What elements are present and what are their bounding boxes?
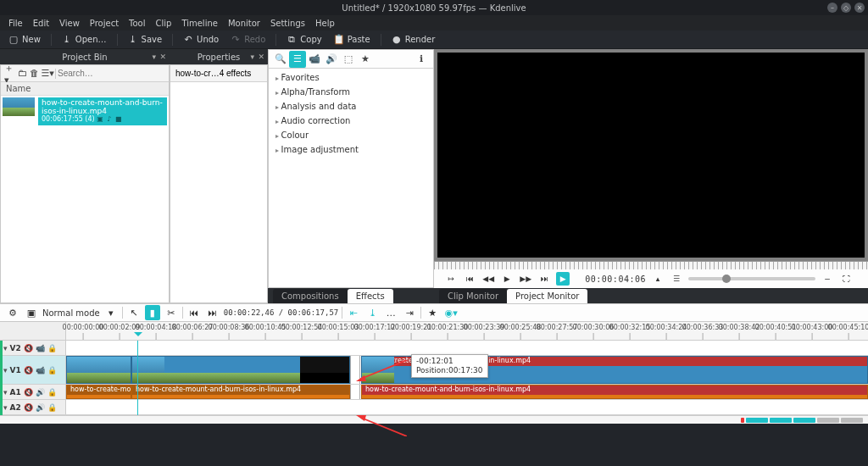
menu-view[interactable]: View [54,17,85,30]
zoom-out-icon[interactable]: − [821,272,834,286]
bin-clip-row[interactable]: how-to-create-mount-and-burn-isos-in-lin… [1,96,169,127]
lock-icon[interactable]: 🔒 [47,403,57,412]
menu-tool[interactable]: Tool [124,17,150,30]
window-minimize-icon[interactable]: – [827,3,837,13]
timeline-clip[interactable]: how-to-create-mount-and-burn-isos-in-lin… [361,385,868,399]
fullscreen-icon[interactable]: ⛶ [839,272,853,286]
properties-tab[interactable]: Properties [198,53,241,62]
timecode-up-icon[interactable]: ▴ [651,272,665,286]
render-button[interactable]: ●Render [387,33,441,47]
favorite-effects-icon[interactable]: ★ [357,51,374,68]
overlay-menu-icon[interactable]: ☰ [670,272,683,286]
menu-clip[interactable]: Clip [151,17,177,30]
compositions-tab[interactable]: Compositions [273,289,348,303]
menu-help[interactable]: Help [310,17,340,30]
bin-column-header[interactable]: Name [1,82,169,96]
project-monitor-tab[interactable]: Project Monitor [507,289,587,303]
collapse-icon[interactable]: ▾ [3,366,8,374]
timeline-zoom-bar[interactable] [0,415,868,424]
zone-out-icon[interactable]: ⤓ [364,305,380,320]
favorite-effect-icon[interactable]: ★ [425,305,440,320]
copy-button[interactable]: ⧉Copy [281,33,326,47]
save-button[interactable]: ⤓Save [123,33,168,47]
lock-icon[interactable]: 🔒 [47,366,57,374]
open-button[interactable]: ⤓Open… [57,33,112,47]
edit-mode-label[interactable]: Normal mode [42,308,100,318]
paste-button[interactable]: 📋Paste [329,33,376,47]
menu-project[interactable]: Project [85,17,124,30]
monitor-ruler[interactable] [434,261,868,269]
window-close-icon[interactable]: ✕ [854,3,865,13]
project-bin-tab[interactable]: Project Bin [62,53,107,62]
panel-close-icon[interactable]: ✕ [159,53,166,61]
skip-fwd-icon[interactable]: ⏭ [205,305,220,320]
video-track-icon[interactable]: 📹 [36,344,45,352]
monitor-zoom-slider[interactable] [688,277,815,280]
monitor-viewport[interactable] [434,49,868,261]
skip-back-icon[interactable]: ⏮ [186,305,202,320]
spacer-tool-icon[interactable]: ✂ [164,305,179,320]
effects-tab[interactable]: Effects [348,289,393,303]
search-icon[interactable]: 🔍 [272,51,289,68]
video-track-icon[interactable]: 📹 [36,366,45,374]
bin-search-input[interactable] [58,69,165,78]
clip-monitor-tab[interactable]: Clip Monitor [439,289,507,303]
effects-category[interactable]: Audio correction [269,114,433,128]
menu-timeline[interactable]: Timeline [176,17,223,30]
panel-menu-icon[interactable]: ▾ [250,53,254,61]
track-a2[interactable]: ▾A2🔇🔊🔒 [0,400,868,415]
monitor-timecode[interactable]: 00:00:04:06 [585,275,646,284]
tag-icon-icon[interactable]: ☰▾ [42,68,53,80]
go-end-icon[interactable]: ⏭ [537,272,551,286]
main-effects-icon[interactable]: ☰ [289,51,306,68]
menu-settings[interactable]: Settings [265,17,310,30]
collapse-icon[interactable]: ▾ [3,388,8,397]
menu-monitor[interactable]: Monitor [223,17,265,30]
lock-icon[interactable]: 🔒 [47,344,57,352]
video-effects-icon[interactable]: 📹 [306,51,323,68]
effects-category[interactable]: Favorites [269,70,433,85]
audio-track-icon[interactable]: 🔊 [36,403,45,412]
preview-render-icon[interactable]: ◉▾ [443,305,459,320]
mute-icon[interactable]: 🔇 [24,366,33,374]
add-folder-icon[interactable]: 🗀 [17,68,28,80]
audio-effects-icon[interactable]: 🔊 [323,51,340,68]
timeline-timecode[interactable]: 00:00:22,46 / 00:06:17,57 [224,308,338,317]
effects-category[interactable]: Image adjustment [269,142,433,157]
mute-icon[interactable]: 🔇 [24,344,33,352]
audio-track-icon[interactable]: 🔊 [36,388,45,397]
rewind-icon[interactable]: ◀◀ [481,272,495,286]
effects-category[interactable]: Analysis and data [269,99,433,114]
effects-category[interactable]: Alpha/Transform [269,85,433,99]
timeline-clip[interactable]: how-to-create-mount-and- [66,356,131,384]
timeline-gap[interactable] [350,385,360,399]
menu-edit[interactable]: Edit [28,17,54,30]
panel-close-icon[interactable]: ✕ [258,53,264,61]
set-in-icon[interactable]: ↦ [444,272,458,286]
go-start-icon[interactable]: ⏮ [463,272,476,286]
effects-category[interactable]: Colour [269,128,433,142]
undo-button[interactable]: ↶Undo [178,33,224,47]
razor-tool-icon[interactable]: ▮ [145,305,160,320]
overwrite-icon[interactable]: … [383,305,398,320]
collapse-icon[interactable]: ▾ [3,403,8,412]
timeline-settings-icon[interactable]: ⚙ [5,305,20,320]
add-clip-icon[interactable]: ＋▾ [4,68,15,80]
redo-button[interactable]: ↷Redo [225,33,270,47]
insert-icon[interactable]: ⇥ [402,305,417,320]
play-zone-icon[interactable]: ▶ [556,272,570,286]
info-icon[interactable]: ℹ [413,51,430,68]
mute-icon[interactable]: 🔇 [24,403,33,412]
timeline-clip[interactable]: how-to-create-mount-and-burn-isos-in-lin… [131,385,350,399]
track-compositing-icon[interactable]: ▣ [24,305,39,320]
mode-drop-icon[interactable]: ▾ [103,305,119,320]
selection-tool-icon[interactable]: ↖ [126,305,142,320]
play-icon[interactable]: ▶ [500,272,514,286]
delete-clip-icon[interactable]: 🗑 [29,68,40,80]
custom-effects-icon[interactable]: ⬚ [340,51,357,68]
collapse-icon[interactable]: ▾ [3,344,8,352]
zone-in-icon[interactable]: ⇤ [346,305,361,320]
mute-icon[interactable]: 🔇 [24,388,33,397]
lock-icon[interactable]: 🔒 [47,388,57,397]
timeline-ruler[interactable]: 00:00:00:0000:00:02:0900:00:04:1800:00:0… [0,322,868,341]
